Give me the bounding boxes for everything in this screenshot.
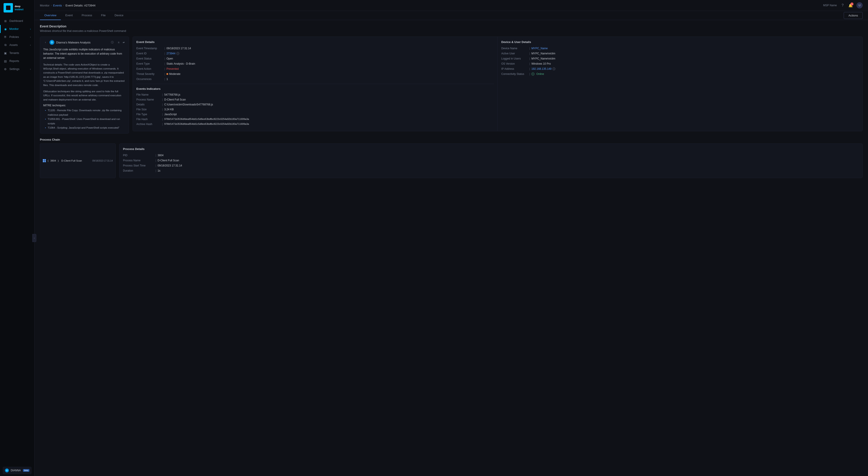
right-panels: Event Details Event Timestamp | 09/18/20… (132, 36, 863, 133)
chevron-right-icon: › (30, 44, 31, 46)
shield-icon: ⛨ (4, 35, 7, 39)
actions-button[interactable]: Actions (844, 12, 863, 19)
connectivity-value: Online (536, 72, 544, 76)
process-name-label: Process Name (136, 98, 161, 101)
ai-info-icon[interactable]: ⓘ (111, 40, 114, 44)
active-user-row: Active User | MYPC_Name\victim (501, 52, 859, 55)
archive-hash-value: 978bf1471b3536dfdea854dd1c5d8ee63bdfbc82… (164, 123, 249, 125)
process-node-pid: ( (48, 159, 49, 162)
event-id-value[interactable]: 273944 (166, 52, 175, 55)
breadcrumb-current: Event Details: #273944 (65, 4, 95, 7)
sidebar-item-label: Settings (9, 67, 20, 71)
sidebar-item-label: Monitor (9, 27, 19, 31)
grid-icon: ⊞ (4, 19, 7, 23)
ai-technical-text: Technical details: The code uses ActiveX… (43, 63, 126, 87)
file-name-value: 547768768.js (164, 93, 180, 96)
events-indicators-section: Events Indicators File Name | 547768768.… (136, 84, 494, 126)
tab-event[interactable]: Event (61, 11, 77, 20)
sidebar-toggle-button[interactable]: ‹ (32, 234, 36, 242)
sidebar-item-policies[interactable]: ⛨ Policies › (0, 33, 34, 41)
ai-mitre-title: MITRE techniques: (43, 104, 126, 107)
breadcrumb-monitor[interactable]: Monitor (40, 4, 50, 7)
dianna-icon: D (5, 469, 9, 472)
translate-icon[interactable]: ⇄ (122, 40, 126, 44)
dianna-section[interactable]: D DIANNA Beta (3, 467, 32, 474)
sidebar-item-assets[interactable]: ⧉ Assets › (0, 41, 34, 49)
connectivity-row: Connectivity Status | Online (501, 72, 859, 76)
ip-address-row: IP Address | 192.168.135.149 ⓘ (501, 67, 859, 70)
proc-start-label: Process Start Time (123, 164, 154, 167)
proc-duration-label: Duration (123, 169, 154, 172)
tab-device[interactable]: Device (110, 11, 128, 20)
event-timestamp-row: Event Timestamp | 09/18/2023 17:31:14 (136, 47, 494, 50)
file-hash-row: File Hash | 978bf1471b3536dfdea854dd1c5d… (136, 118, 494, 121)
event-status-value: Open (166, 57, 173, 60)
sidebar-item-label: Assets (9, 43, 18, 47)
process-pid-value: 3804 (50, 159, 56, 162)
chevron-right-icon: › (30, 28, 31, 30)
device-name-label: Device Name (501, 47, 528, 50)
device-name-value[interactable]: MYPC_Name (531, 47, 548, 50)
ai-back-button[interactable]: ‹ (43, 40, 48, 44)
tabs-bar: Overview Event Process File Device Actio… (34, 11, 868, 20)
ai-mitre-item: T1105 - Remote File Copy: Downloads remo… (45, 108, 126, 117)
ip-address-label: IP Address (501, 67, 528, 70)
logged-users-label: Logged in Users (501, 57, 528, 60)
proc-duration-value: 1s (157, 169, 160, 172)
breadcrumb: Monitor › Events › Event Details: #27394… (40, 4, 96, 7)
active-user-label: Active User (501, 52, 528, 55)
proc-start-value: 09/18/2023 17:31:14 (157, 164, 182, 167)
ai-panel-title: Dianna's Malware Analysis (56, 41, 90, 44)
tab-process[interactable]: Process (77, 11, 96, 20)
process-node-name: D-Client Full Scan (61, 159, 82, 162)
event-action-label: Event Action (136, 67, 163, 70)
process-name-row: Process Name | D-Client Full Scan (136, 98, 494, 101)
os-version-label: OS Version (501, 62, 528, 65)
tab-file[interactable]: File (96, 11, 110, 20)
proc-name-label: Process Name (123, 159, 154, 162)
os-version-value: Windows 10 Pro (531, 62, 551, 65)
event-timestamp-value: 09/18/2023 17:31:14 (166, 47, 191, 50)
event-id-row: Event ID | 273944 ⓘ (136, 52, 494, 55)
chevron-right-icon: › (30, 36, 31, 38)
file-size-row: File Size | 3.24 KB (136, 108, 494, 111)
file-size-label: File Size (136, 108, 161, 111)
proc-name-row: Process Name | D-Client Full Scan (123, 159, 859, 162)
sidebar-item-tenants[interactable]: ▣ Tenants (0, 49, 34, 57)
event-type-row: Event Type | Static Analysis - D-Brain (136, 62, 494, 65)
user-avatar[interactable]: U (857, 2, 863, 8)
threat-severity-badge: Moderate (166, 72, 181, 76)
event-action-row: Event Action | Prevented (136, 67, 494, 70)
copy-icon[interactable]: ⎘ (117, 40, 121, 44)
process-node-timestamp: 09/18/2023 17:31:14 (92, 159, 113, 162)
event-id-label: Event ID (136, 52, 163, 55)
proc-duration-row: Duration | 1s (123, 169, 859, 172)
pid-row: PID | 3804 (123, 154, 859, 157)
process-details-panel: Process Details PID | 3804 Process Name … (119, 144, 863, 178)
notification-icon[interactable]: 🔔 4 (848, 3, 853, 7)
ip-address-value[interactable]: 192.168.135.149 (531, 67, 551, 70)
process-node[interactable]: (3804) D-Client Full Scan 09/18/2023 17:… (40, 144, 116, 178)
details-label: Details (136, 103, 161, 106)
tab-overview[interactable]: Overview (40, 11, 61, 20)
sidebar-item-settings[interactable]: ⚙ Settings › (0, 65, 34, 73)
ai-mitre-item: T1059.001 - PowerShell: Uses PowerShell … (45, 117, 126, 126)
sidebar-item-reports[interactable]: ▤ Reports (0, 57, 34, 65)
connectivity-label: Connectivity Status (501, 72, 528, 76)
details-value: C:\Users\victim\Downloads\547768768.js (164, 103, 213, 106)
ip-info-icon[interactable]: ⓘ (552, 67, 555, 70)
sidebar-item-dashboard[interactable]: ⊞ Dashboard (0, 17, 34, 25)
file-name-row: File Name | 547768768.js (136, 93, 494, 96)
notification-badge: 4 (850, 2, 854, 6)
details-row: Details | C:\Users\victim\Downloads\5477… (136, 103, 494, 106)
beta-badge: Beta (23, 469, 29, 472)
breadcrumb-events[interactable]: Events (53, 4, 62, 7)
event-id-info-icon[interactable]: ⓘ (176, 52, 179, 55)
logo-text: deepinstinct (15, 5, 23, 11)
msp-name: MSP Name (823, 4, 837, 7)
tabs: Overview Event Process File Device (40, 11, 128, 20)
sidebar-item-monitor[interactable]: ◉ Monitor › (0, 25, 34, 33)
help-icon[interactable]: ? (840, 3, 845, 7)
bar-chart-icon: ▤ (4, 59, 7, 63)
event-action-value: Prevented (166, 67, 179, 70)
